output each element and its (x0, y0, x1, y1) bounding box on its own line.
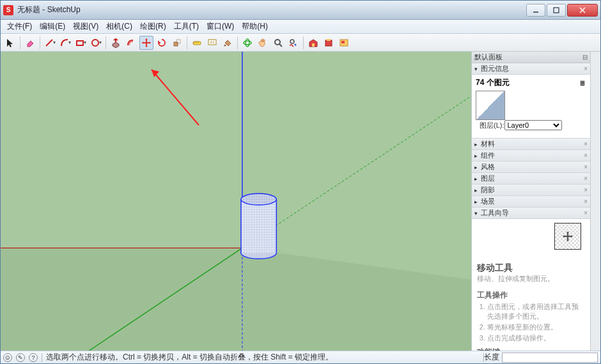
svg-point-18 (275, 40, 280, 45)
maximize-button[interactable] (547, 4, 566, 17)
entity-info-body: 74 个图元🗏 图层(L): Layer0 (472, 75, 590, 139)
entity-menu-icon[interactable]: 🗏 (579, 79, 586, 87)
help-icon[interactable]: ? (29, 353, 38, 362)
length-input[interactable] (502, 353, 598, 363)
section-component[interactable]: ▸组件× (472, 150, 590, 162)
window-title: 无标题 - SketchUp (17, 4, 81, 15)
section-scene[interactable]: ▸场景× (472, 196, 590, 208)
svg-point-17 (246, 39, 249, 47)
guide-ops-list: 点击图元，或者用选择工具预先选择多个图元。 将光标移至新的位置。 点击完成移动操… (477, 302, 585, 343)
section-entity-info[interactable]: ▾图元信息× (472, 63, 590, 75)
menu-view[interactable]: 视图(V) (69, 20, 102, 33)
svg-line-19 (279, 44, 282, 47)
guide-fn-heading: 功能键 (477, 347, 585, 351)
minimize-button[interactable] (526, 4, 545, 17)
svg-point-41 (241, 193, 276, 205)
svg-rect-5 (77, 41, 83, 45)
offset-tool-icon[interactable] (124, 36, 138, 50)
guide-subtitle: 移动、拉伸或复制图元。 (477, 274, 585, 284)
pan-tool-icon[interactable] (256, 36, 270, 50)
warehouse-icon[interactable] (306, 36, 320, 50)
svg-line-4 (46, 40, 52, 46)
menubar: 文件(F) 编辑(E) 视图(V) 相机(C) 绘图(R) 工具(T) 窗口(W… (1, 20, 600, 34)
tool-preview-icon (554, 223, 581, 250)
menu-draw[interactable]: 绘图(R) (136, 20, 170, 33)
side-panel: 默认面板 ⊟ ▾图元信息× 74 个图元🗏 图层(L): Layer0 ▸材料×… (471, 52, 590, 351)
menu-window[interactable]: 窗口(W) (203, 20, 238, 33)
guide-title: 移动工具 (477, 262, 585, 274)
section-entity-info-label: 图元信息 (481, 64, 509, 73)
close-button[interactable] (567, 4, 598, 17)
panel-pin-icon[interactable]: ⊟ (582, 54, 588, 61)
svg-rect-37 (241, 199, 276, 253)
section-layer[interactable]: ▸图层× (472, 173, 590, 185)
select-tool-icon[interactable] (3, 36, 17, 50)
zoom-tool-icon[interactable] (271, 36, 285, 50)
titlebar: S 无标题 - SketchUp (1, 1, 600, 20)
layer-select[interactable]: Layer0 (504, 120, 562, 130)
scale-tool-icon[interactable] (170, 36, 184, 50)
zoom-extents-tool-icon[interactable] (286, 36, 300, 50)
svg-rect-23 (325, 40, 332, 46)
menu-file[interactable]: 文件(F) (3, 20, 36, 33)
layer-label: 图层(L): (480, 121, 504, 130)
circle-tool-icon[interactable]: ▾ (89, 36, 103, 50)
layout-icon[interactable] (337, 36, 351, 50)
svg-point-21 (295, 43, 297, 45)
pushpull-tool-icon[interactable] (109, 36, 123, 50)
credits-icon[interactable]: ✎ (16, 353, 25, 362)
svg-point-20 (290, 40, 294, 43)
app-icon: S (3, 5, 13, 15)
material-swatch[interactable] (476, 91, 505, 120)
geolocation-icon[interactable]: ⊙ (3, 353, 12, 362)
svg-rect-22 (312, 43, 315, 47)
entity-count: 74 个图元 (476, 77, 510, 88)
cylinder-object[interactable] (241, 193, 276, 259)
section-shadow[interactable]: ▸阴影× (472, 185, 590, 196)
menu-edit[interactable]: 编辑(E) (36, 20, 69, 33)
statusbar: ⊙ ✎ ? 选取两个点进行移动。Ctrl = 切换拷贝，Alt = 切换自动折叠… (1, 351, 600, 363)
viewport[interactable] (1, 52, 471, 351)
panel-header-label: 默认面板 (474, 52, 503, 62)
section-guide[interactable]: ▾工具向导× (472, 208, 590, 219)
toolbar: ▾ ▾ ▾ ▾ A1 (1, 34, 600, 52)
section-close-icon[interactable]: × (584, 65, 588, 72)
paint-tool-icon[interactable] (221, 36, 235, 50)
svg-rect-7 (174, 42, 178, 46)
panel-header: 默认面板 ⊟ (472, 52, 590, 63)
svg-text:A1: A1 (210, 40, 215, 44)
svg-rect-1 (554, 8, 559, 13)
line-tool-icon[interactable]: ▾ (43, 36, 57, 50)
menu-tools[interactable]: 工具(T) (170, 20, 203, 33)
panel-scrollbar[interactable] (590, 52, 600, 351)
menu-help[interactable]: 帮助(H) (238, 20, 272, 33)
svg-point-6 (92, 40, 98, 46)
svg-point-16 (244, 41, 251, 45)
extension-icon[interactable] (322, 36, 336, 50)
eraser-tool-icon[interactable] (23, 36, 37, 50)
rotate-tool-icon[interactable] (155, 36, 169, 50)
arc-tool-icon[interactable]: ▾ (58, 36, 72, 50)
orbit-tool-icon[interactable] (240, 36, 254, 50)
status-hint: 选取两个点进行移动。Ctrl = 切换拷贝，Alt = 切换自动折叠，按住 Sh… (46, 352, 333, 363)
section-style[interactable]: ▸风格× (472, 162, 590, 173)
svg-rect-26 (341, 41, 345, 43)
text-tool-icon[interactable]: A1 (205, 36, 219, 50)
tape-tool-icon[interactable] (190, 36, 204, 50)
guide-ops-heading: 工具操作 (477, 290, 585, 301)
rectangle-tool-icon[interactable]: ▾ (74, 36, 88, 50)
svg-rect-24 (327, 39, 331, 41)
move-tool-icon[interactable] (139, 36, 153, 50)
svg-point-15 (224, 44, 226, 46)
length-label: 长度 (484, 352, 499, 363)
tool-guide-body: 移动工具 移动、拉伸或复制图元。 工具操作 点击图元，或者用选择工具预先选择多个… (472, 219, 590, 351)
section-material[interactable]: ▸材料× (472, 139, 590, 150)
menu-camera[interactable]: 相机(C) (102, 20, 136, 33)
